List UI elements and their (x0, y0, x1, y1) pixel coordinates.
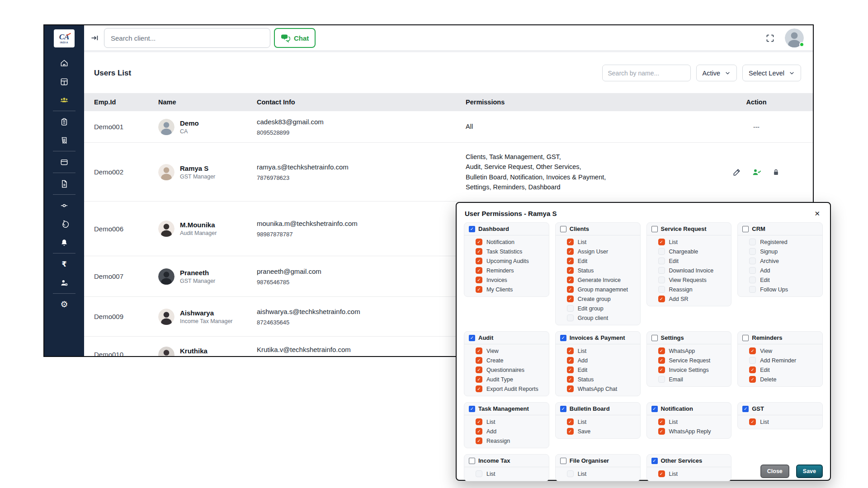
item-checkbox[interactable] (567, 258, 574, 264)
item-checkbox[interactable] (476, 385, 482, 392)
level-dropdown[interactable]: Select Level (742, 65, 801, 81)
item-checkbox[interactable] (476, 258, 482, 264)
group-checkbox[interactable] (742, 226, 749, 232)
group-checkbox[interactable] (742, 406, 749, 412)
lock-icon[interactable] (772, 168, 780, 177)
clipboard-icon[interactable] (44, 113, 84, 131)
item-checkbox[interactable] (749, 248, 756, 255)
collapse-arrow-icon[interactable] (90, 33, 99, 42)
group-checkbox[interactable] (560, 226, 566, 232)
item-checkbox[interactable] (658, 267, 665, 274)
close-button[interactable]: Close (760, 465, 789, 478)
item-checkbox[interactable] (476, 267, 482, 274)
users-icon[interactable] (44, 91, 84, 109)
user-phone: 7876978623 (257, 174, 466, 181)
item-checkbox[interactable] (567, 357, 574, 364)
item-checkbox[interactable] (567, 239, 574, 245)
item-checkbox[interactable] (567, 248, 574, 255)
item-checkbox[interactable] (567, 347, 574, 354)
group-checkbox[interactable] (469, 458, 475, 464)
billing-card-icon[interactable] (44, 153, 84, 171)
fullscreen-icon[interactable] (765, 33, 775, 43)
item-checkbox[interactable] (476, 357, 482, 364)
item-checkbox[interactable] (658, 286, 665, 293)
item-checkbox[interactable] (476, 437, 482, 444)
group-checkbox[interactable] (469, 226, 475, 232)
item-checkbox[interactable] (658, 428, 665, 435)
item-checkbox[interactable] (567, 376, 574, 383)
item-checkbox[interactable] (476, 286, 482, 293)
item-checkbox[interactable] (567, 286, 574, 293)
item-checkbox[interactable] (567, 428, 574, 435)
item-checkbox[interactable] (476, 376, 482, 383)
item-checkbox[interactable] (567, 277, 574, 283)
item-checkbox[interactable] (749, 239, 756, 245)
group-checkbox[interactable] (469, 406, 475, 412)
item-checkbox[interactable] (567, 366, 574, 373)
close-icon[interactable]: ✕ (812, 209, 822, 218)
edit-icon[interactable] (732, 168, 741, 177)
item-checkbox[interactable] (567, 314, 574, 321)
item-checkbox[interactable] (567, 385, 574, 392)
group-checkbox[interactable] (651, 226, 658, 232)
item-checkbox[interactable] (476, 428, 482, 435)
item-checkbox[interactable] (476, 366, 482, 373)
rupee-icon[interactable]: ₹ (44, 255, 84, 273)
search-by-name-input[interactable] (602, 65, 691, 81)
search-input[interactable] (104, 28, 270, 48)
item-checkbox[interactable] (476, 347, 482, 354)
group-checkbox[interactable] (560, 406, 566, 412)
group-checkbox[interactable] (742, 335, 749, 341)
status-dropdown[interactable]: Active (696, 65, 737, 81)
item-checkbox[interactable] (658, 418, 665, 425)
item-checkbox[interactable] (476, 239, 482, 245)
item-checkbox[interactable] (567, 296, 574, 302)
home-icon[interactable] (44, 54, 84, 72)
item-checkbox[interactable] (749, 258, 756, 264)
item-checkbox[interactable] (476, 418, 482, 425)
save-button[interactable]: Save (796, 465, 823, 478)
item-checkbox[interactable] (658, 357, 665, 364)
connector-icon[interactable] (44, 196, 84, 215)
chat-button[interactable]: Chat (274, 28, 316, 48)
item-checkbox[interactable] (567, 418, 574, 425)
item-checkbox[interactable] (749, 277, 756, 283)
item-checkbox[interactable] (749, 418, 756, 425)
item-checkbox[interactable] (567, 305, 574, 312)
item-checkbox[interactable] (749, 357, 756, 364)
bell-icon[interactable] (44, 233, 84, 252)
group-checkbox[interactable] (651, 335, 658, 341)
item-checkbox[interactable] (749, 376, 756, 383)
item-checkbox[interactable] (476, 470, 482, 477)
item-checkbox[interactable] (658, 296, 665, 302)
item-checkbox[interactable] (749, 267, 756, 274)
item-checkbox[interactable] (658, 277, 665, 283)
item-checkbox[interactable] (567, 470, 574, 477)
item-checkbox[interactable] (658, 376, 665, 383)
assign-user-icon[interactable] (751, 168, 762, 177)
item-checkbox[interactable] (749, 366, 756, 373)
item-checkbox[interactable] (658, 258, 665, 264)
group-checkbox[interactable] (469, 335, 475, 341)
item-checkbox[interactable] (658, 366, 665, 373)
user-settings-icon[interactable] (44, 273, 84, 292)
group-checkbox[interactable] (651, 458, 658, 464)
item-checkbox[interactable] (658, 239, 665, 245)
dashboard-grid-icon[interactable] (44, 72, 84, 91)
item-checkbox[interactable] (476, 248, 482, 255)
group-checkbox[interactable] (651, 406, 658, 412)
settings-gear-icon[interactable]: ⚙ (44, 295, 84, 314)
item-checkbox[interactable] (658, 248, 665, 255)
user-avatar[interactable] (785, 28, 804, 47)
item-checkbox[interactable] (476, 277, 482, 283)
receipt-icon[interactable] (44, 131, 84, 150)
group-checkbox[interactable] (560, 458, 566, 464)
item-checkbox[interactable] (749, 286, 756, 293)
document-icon[interactable] (44, 174, 84, 193)
whatsapp-icon[interactable] (44, 215, 84, 233)
item-checkbox[interactable] (658, 470, 665, 477)
item-checkbox[interactable] (658, 347, 665, 354)
item-checkbox[interactable] (567, 267, 574, 274)
item-checkbox[interactable] (749, 347, 756, 354)
group-checkbox[interactable] (560, 335, 566, 341)
